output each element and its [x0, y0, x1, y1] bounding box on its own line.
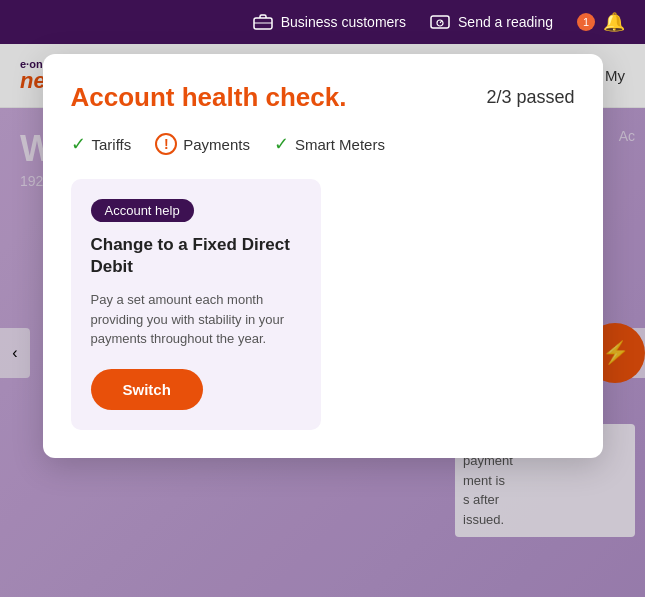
notification-link[interactable]: 1 🔔 — [577, 11, 625, 33]
bell-icon: 🔔 — [603, 11, 625, 33]
card-title: Change to a Fixed Direct Debit — [91, 234, 301, 278]
checkmark-icon: ✓ — [71, 133, 86, 155]
check-payments: ! Payments — [155, 133, 250, 155]
business-customers-label: Business customers — [281, 14, 406, 30]
modal-header: Account health check. 2/3 passed — [71, 82, 575, 113]
modal-title: Account health check. — [71, 82, 347, 113]
meter-icon — [430, 12, 450, 32]
briefcase-icon — [253, 12, 273, 32]
card-badge: Account help — [91, 199, 194, 222]
top-bar: Business customers Send a reading 1 🔔 — [0, 0, 645, 44]
checkmark-icon: ✓ — [274, 133, 289, 155]
check-smart-meters: ✓ Smart Meters — [274, 133, 385, 155]
notification-count: 1 — [583, 16, 589, 28]
business-customers-link[interactable]: Business customers — [253, 12, 406, 32]
help-card: Account help Change to a Fixed Direct De… — [71, 179, 321, 430]
check-smart-meters-label: Smart Meters — [295, 136, 385, 153]
send-reading-link[interactable]: Send a reading — [430, 12, 553, 32]
account-health-check-modal: Account health check. 2/3 passed ✓ Tarif… — [43, 54, 603, 458]
modal-passed: 2/3 passed — [486, 87, 574, 108]
check-tariffs-label: Tariffs — [92, 136, 132, 153]
check-payments-label: Payments — [183, 136, 250, 153]
warning-icon: ! — [155, 133, 177, 155]
notification-badge: 1 — [577, 13, 595, 31]
switch-button[interactable]: Switch — [91, 369, 203, 410]
send-reading-label: Send a reading — [458, 14, 553, 30]
card-description: Pay a set amount each month providing yo… — [91, 290, 301, 349]
modal-overlay: Account health check. 2/3 passed ✓ Tarif… — [0, 44, 645, 597]
modal-checks: ✓ Tariffs ! Payments ✓ Smart Meters — [71, 133, 575, 155]
check-tariffs: ✓ Tariffs — [71, 133, 132, 155]
